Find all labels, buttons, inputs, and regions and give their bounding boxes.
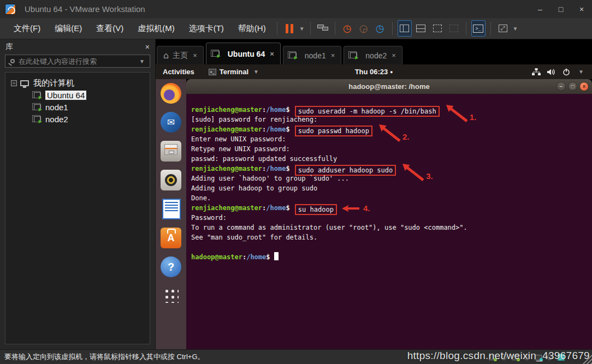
fullscreen-button[interactable] — [430, 20, 445, 37]
menu-view[interactable]: 查看(V) — [89, 23, 131, 34]
terminal-line: passwd: password updated successfully — [191, 154, 592, 164]
toolbar-separator — [466, 22, 466, 35]
frame-slash-icon — [449, 25, 458, 32]
tree-item-ubuntu64[interactable]: Ubuntu 64 — [5, 89, 150, 101]
clock-plus-icon: ◷ — [343, 23, 352, 33]
terminal-line: Enter new UNIX password: — [191, 134, 592, 144]
tree-item-label: Ubuntu 64 — [45, 91, 86, 100]
help-icon[interactable]: ? — [161, 256, 181, 277]
tab-node1[interactable]: node1 × — [283, 46, 342, 64]
menu-file[interactable]: 文件(F) — [7, 23, 48, 34]
system-status-area[interactable]: ▼ — [532, 68, 585, 76]
show-applications-icon[interactable] — [163, 288, 179, 303]
unity-mode-button[interactable] — [447, 20, 461, 37]
console-view-button[interactable]: >_ — [471, 20, 486, 37]
terminal-line: Adding user `hadoop' to group `sudo' ... — [191, 174, 592, 183]
sidebar-panel-icon — [400, 25, 409, 32]
terminal-maximize-button[interactable]: □ — [568, 82, 577, 91]
tab-bar: ⌂ 主页 × Ubuntu 64 × node1 × node2 × — [156, 39, 592, 64]
menubar: 文件(F) 编辑(E) 查看(V) 虚拟机(M) 选项卡(T) 帮助(H) ▼ … — [0, 18, 592, 39]
library-title: 库 — [5, 42, 13, 52]
terminal-line: renjiacheng@master:/home$ su hadoop4. — [191, 203, 592, 213]
tree-item-label: node2 — [45, 115, 68, 124]
show-library-button[interactable] — [398, 20, 412, 37]
tab-node2[interactable]: node2 × — [344, 46, 402, 64]
send-ctrl-alt-del-button[interactable] — [316, 20, 330, 37]
ubuntu-topbar: Activities >_ Terminal ▼ Thu 06:23 ● ▼ — [156, 64, 592, 79]
maximize-button[interactable]: □ — [550, 0, 571, 18]
minimize-button[interactable]: – — [530, 0, 550, 18]
terminal-line: Done. — [191, 193, 592, 203]
pause-vm-button[interactable] — [282, 20, 297, 37]
terminal-line: Retype new UNIX password: — [191, 144, 592, 154]
tree-item-node1[interactable]: node1 — [5, 101, 150, 113]
volume-icon — [547, 68, 556, 76]
menu-tabs[interactable]: 选项卡(T) — [182, 23, 231, 34]
tab-label: Ubuntu 64 — [228, 50, 265, 58]
tab-label: 主页 — [173, 51, 188, 61]
terminal-line: hadoop@master:/home$ — [191, 252, 592, 262]
terminal-line: renjiacheng@master:/home$ sudo adduser h… — [191, 164, 592, 174]
rhythmbox-icon[interactable] — [161, 170, 181, 190]
tab-close-icon[interactable]: × — [270, 50, 274, 58]
tab-close-icon[interactable]: × — [193, 51, 197, 59]
thunderbird-icon[interactable]: ✉ — [161, 112, 181, 133]
terminal-app-menu[interactable]: >_ Terminal ▼ — [209, 68, 261, 76]
stretch-dropdown[interactable]: ▼ — [511, 26, 520, 32]
tab-label: node1 — [305, 51, 326, 60]
manage-snapshots-button[interactable]: ◷ — [373, 20, 387, 37]
activities-button[interactable]: Activities — [163, 68, 194, 76]
toolbar-separator — [310, 22, 311, 35]
library-sidebar: 库 × ▼ − 我的计算机 Ubuntu 64 node1 — [0, 39, 156, 349]
terminal-cursor — [274, 252, 279, 260]
vm-icon — [289, 52, 297, 58]
tab-home[interactable]: ⌂ 主页 × — [157, 46, 204, 64]
tab-close-icon[interactable]: × — [392, 51, 396, 59]
menu-vm[interactable]: 虚拟机(M) — [131, 23, 182, 34]
pause-icon — [286, 24, 293, 33]
tab-close-icon[interactable]: × — [331, 51, 335, 59]
search-icon — [10, 59, 15, 63]
terminal-line — [191, 242, 592, 252]
tree-root-label: 我的计算机 — [33, 78, 74, 88]
notification-dot-icon: ● — [390, 69, 393, 75]
files-icon[interactable] — [161, 141, 181, 162]
libreoffice-writer-icon[interactable] — [162, 199, 181, 219]
search-input[interactable] — [19, 57, 138, 65]
terminal-window: hadoop@master: /home − □ × renjiacheng@m… — [186, 79, 592, 349]
firefox-icon[interactable] — [161, 83, 181, 104]
stretch-guest-button[interactable]: ⤢ — [496, 20, 510, 37]
horizontal-panel-icon — [416, 25, 425, 32]
console-icon: >_ — [473, 25, 483, 33]
vm-icon — [34, 92, 41, 98]
clock-wrench-icon: ◷ — [376, 23, 384, 33]
terminal-line: Password: — [191, 213, 592, 223]
library-close-icon[interactable]: × — [145, 43, 150, 51]
terminal-titlebar[interactable]: hadoop@master: /home − □ × — [186, 79, 592, 94]
window-title: Ubuntu 64 - VMware Workstation — [25, 4, 145, 14]
tree-item-node2[interactable]: node2 — [5, 113, 150, 125]
toolbar-separator — [490, 22, 491, 35]
close-button[interactable]: × — [571, 0, 592, 18]
terminal-minimize-button[interactable]: − — [557, 82, 566, 91]
search-dropdown-icon[interactable]: ▼ — [138, 58, 146, 64]
terminal-close-button[interactable]: × — [579, 82, 589, 91]
terminal-body[interactable]: renjiacheng@master:/home$ sudo useradd -… — [186, 94, 592, 349]
toolbar-separator — [335, 22, 335, 35]
ubuntu-software-icon[interactable]: A — [161, 228, 181, 248]
tree-root-my-computer[interactable]: − 我的计算机 — [5, 77, 150, 89]
chevron-down-icon: ▼ — [577, 69, 585, 75]
terminal-line: Adding user hadoop to group sudo — [191, 183, 592, 193]
library-search[interactable]: ▼ — [5, 55, 150, 68]
revert-snapshot-button[interactable]: ◶ — [357, 20, 371, 37]
keyboard-icon — [317, 25, 328, 32]
take-snapshot-button[interactable]: ◷ — [340, 20, 354, 37]
chevron-down-icon: ▼ — [252, 69, 261, 75]
vm-icon — [350, 52, 357, 58]
menu-edit[interactable]: 编辑(E) — [48, 23, 89, 34]
menu-help[interactable]: 帮助(H) — [231, 23, 273, 34]
pause-dropdown[interactable]: ▼ — [298, 26, 306, 32]
show-thumbnail-bar-button[interactable] — [414, 20, 428, 37]
collapse-icon[interactable]: − — [11, 80, 17, 86]
tab-ubuntu64[interactable]: Ubuntu 64 × — [206, 43, 281, 64]
